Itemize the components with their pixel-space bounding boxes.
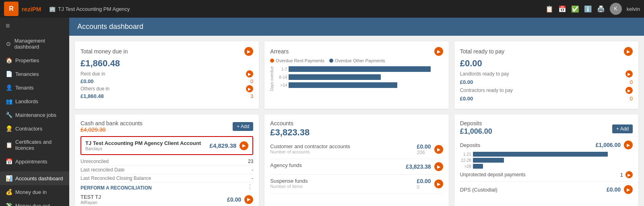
landlords-ready-amount: £0.00 xyxy=(460,79,473,85)
customer-accounts-arrow[interactable]: ▶ xyxy=(434,145,443,154)
rent-dot xyxy=(270,59,274,63)
info-icon[interactable]: ℹ️ xyxy=(584,5,592,13)
landlords-ready-arrow[interactable]: ▶ xyxy=(625,70,633,78)
customer-label: Customer and contractor accounts xyxy=(270,143,350,149)
ready-to-pay-card: Total ready to pay ▶ £0.00 Landlords rea… xyxy=(454,41,638,109)
clipboard-icon[interactable]: 📋 xyxy=(545,5,553,13)
deposits-add-button[interactable]: + Add xyxy=(612,124,633,133)
dps-amount: £0.00 xyxy=(607,186,621,193)
accounts-total-amount: £3,823.38 xyxy=(270,127,443,138)
agency-funds-row: Agency funds £3,823.38 ▶ xyxy=(270,159,443,175)
others-amount-row: £1,860.48 3 xyxy=(80,93,253,99)
hamburger-icon[interactable]: ≡ xyxy=(0,18,69,34)
unreconciled-label: Unreconciled xyxy=(80,159,109,164)
arrears-arrow[interactable]: ▶ xyxy=(434,47,443,56)
sidebar-item-money-due-out[interactable]: 💸 Money due out xyxy=(0,199,69,206)
reconcile-link[interactable]: PERFORM A RECONCILIATION xyxy=(80,185,152,191)
content: Accounts dashboard Total money due in ▶ … xyxy=(69,18,644,206)
sidebar-item-label: Accounts dashboard xyxy=(15,175,63,182)
more-options-icon[interactable]: ⋮ xyxy=(247,183,253,191)
suspense-funds-arrow[interactable]: ▶ xyxy=(434,179,443,188)
legend-other: Overdue Other Payments xyxy=(329,58,385,63)
rent-due-amount: £0.00 xyxy=(80,78,94,84)
deposit-bar-row-1: 1-21 xyxy=(460,152,633,157)
calendar-icon[interactable]: 📅 xyxy=(558,5,566,13)
number-of-items-val: 0 xyxy=(417,184,431,190)
sidebar-item-properties[interactable]: 🏠 Properties xyxy=(0,53,69,67)
deposits-title: Deposits xyxy=(460,120,482,126)
dashboard-icon: ⊙ xyxy=(6,41,11,47)
sidebar-item-label: Money due in xyxy=(15,189,47,195)
ready-arrow[interactable]: ▶ xyxy=(624,47,633,56)
check-icon[interactable]: ✅ xyxy=(571,5,579,13)
sidebar-item-tenancies[interactable]: 📄 Tenancies xyxy=(0,67,69,81)
appointments-icon: 📅 xyxy=(6,158,12,165)
chart-bar-row-3: >14 xyxy=(276,82,443,88)
unprotected-arrow[interactable]: ▶ xyxy=(625,171,633,178)
arrears-title: Arrears xyxy=(270,48,289,55)
second-account-bank: AlRayan xyxy=(80,200,101,205)
tenants-icon: 👤 xyxy=(6,84,12,91)
contractors-ready-label: Contractors ready to pay xyxy=(460,88,513,93)
cash-bank-strikethrough: £4,029.30 xyxy=(80,126,105,133)
unprotected-count: 1 xyxy=(620,172,623,178)
agency-label: Agency funds xyxy=(270,162,302,168)
others-due-row: Others due in ▶ xyxy=(80,85,253,92)
sidebar-item-accounts-dashboard[interactable]: 📊 Accounts dashboard xyxy=(0,171,69,185)
ready-total-amount: £0.00 xyxy=(460,58,633,69)
last-rec-balance-label: Last Reconciled Closing Balance xyxy=(80,175,151,181)
sidebar-item-landlords[interactable]: 👥 Landlords xyxy=(0,94,69,108)
money-due-arrow[interactable]: ▶ xyxy=(244,47,253,56)
deposit-arrow[interactable]: ▶ xyxy=(624,141,633,149)
sidebar-item-maintenance[interactable]: 🔧 Maintenance jobs xyxy=(0,108,69,122)
others-due-arrow[interactable]: ▶ xyxy=(246,85,253,92)
arrears-card: Arrears ▶ Overdue Rent Payments Overdue … xyxy=(264,41,448,109)
sidebar-item-label: Money due out xyxy=(15,203,50,206)
deposits-header: Deposits £1,006.00 + Add xyxy=(460,120,633,137)
deposit-bar-row-3: >28 xyxy=(460,164,633,169)
agency-funds-arrow[interactable]: ▶ xyxy=(434,162,443,171)
chart-bar-row-1: 1-7 xyxy=(276,66,443,72)
last-rec-balance-val: - xyxy=(252,175,253,181)
main-account-amount: £4,829.38 xyxy=(210,142,237,149)
sidebar-item-contractors[interactable]: 👷 Contractors xyxy=(0,122,69,135)
contractors-icon: 👷 xyxy=(6,125,12,132)
customer-accounts-row: Customer and contractor accounts Number … xyxy=(270,140,443,159)
sidebar-item-label: Contractors xyxy=(15,126,42,132)
number-of-items-label: Number of items xyxy=(270,184,308,189)
print-icon[interactable]: 🖨️ xyxy=(597,5,605,13)
sidebar-item-label: Tenants xyxy=(15,85,34,91)
contractors-ready-arrow[interactable]: ▶ xyxy=(625,87,633,94)
sidebar-item-label: Certificates and licences xyxy=(15,139,64,151)
sidebar-item-label: Properties xyxy=(15,57,39,63)
last-rec-date-row: Last reconciled Date - xyxy=(80,166,253,174)
rent-due-row: Rent due in ▶ xyxy=(80,70,253,78)
unreconciled-row: Unreconciled 23 xyxy=(80,157,253,166)
row-1: Total money due in ▶ £1,860.48 Rent due … xyxy=(75,41,638,109)
unprotected-label: Unprotected deposit payments xyxy=(460,172,526,177)
sidebar-item-label: Management dashboard xyxy=(14,38,64,50)
deposit-amount: £1,006.00 xyxy=(596,142,621,148)
ready-title: Total ready to pay xyxy=(460,48,505,55)
cash-bank-header: Cash and bank accounts £4,029.30 + Add xyxy=(80,120,253,133)
main-account-arrow[interactable]: ▶ xyxy=(239,141,248,150)
cash-bank-add-button[interactable]: + Add xyxy=(233,122,253,131)
rent-due-arrow[interactable]: ▶ xyxy=(246,70,253,78)
other-dot xyxy=(329,59,333,63)
sidebar-item-money-due-in[interactable]: 💰 Money due in xyxy=(0,185,69,199)
dps-arrow[interactable]: ▶ xyxy=(624,185,633,194)
page-title: Accounts dashboard xyxy=(77,22,143,31)
sidebar-item-management-dashboard[interactable]: ⊙ Management dashboard xyxy=(0,34,69,53)
landlords-ready-count: 0 xyxy=(630,79,633,85)
suspense-amount: £0.00 xyxy=(417,178,431,184)
deposits-card: Deposits £1,006.00 + Add Deposits £1,006… xyxy=(454,114,638,206)
cash-bank-title: Cash and bank accounts xyxy=(80,120,142,126)
second-account-arrow[interactable]: ▶ xyxy=(244,195,253,204)
unreconciled-val: 23 xyxy=(248,159,253,164)
avatar[interactable]: K xyxy=(610,3,622,15)
sidebar-item-certificates[interactable]: 📋 Certificates and licences xyxy=(0,135,69,155)
arrears-chart: Days overdue 1-7 8-14 xyxy=(270,66,443,91)
sidebar-item-appointments[interactable]: 📅 Appointments xyxy=(0,155,69,168)
sidebar-item-label: Appointments xyxy=(15,159,47,165)
sidebar-item-tenants[interactable]: 👤 Tenants xyxy=(0,81,69,94)
